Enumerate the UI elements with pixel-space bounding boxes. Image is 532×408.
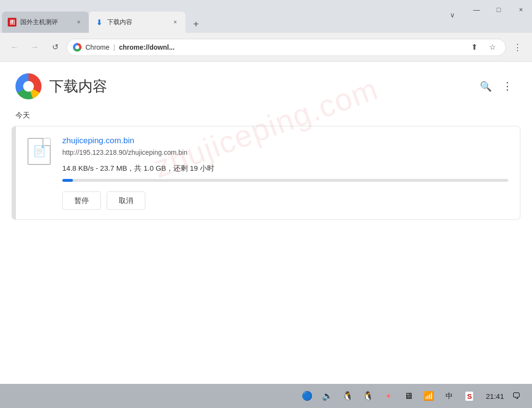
page-header-right: 🔍 ⋮ (476, 77, 517, 96)
more-options-button[interactable]: ⋮ (497, 77, 517, 96)
tab-inactive-close[interactable]: × (74, 18, 83, 27)
tab-active-close[interactable]: × (171, 18, 180, 27)
page-title: 下载内容 (49, 77, 107, 96)
today-label: 今天 (0, 107, 532, 126)
figma-symbol: ✦ (385, 392, 392, 401)
qq1-icon[interactable]: 🐧 (340, 388, 355, 404)
search-icon: 🔍 (480, 81, 492, 92)
search-button[interactable]: 🔍 (476, 77, 495, 96)
tab-active-favicon: ⬇ (95, 18, 103, 27)
progress-bar-fill (62, 179, 73, 182)
taskbar-clock: 21:41 (486, 392, 504, 400)
wifi-symbol: 📶 (423, 391, 434, 401)
notification-icon: 🗨 (512, 391, 521, 401)
window-controls: — □ × (465, 0, 532, 19)
ime-symbol: S (465, 392, 473, 401)
site-name: Chrome (85, 43, 110, 51)
pause-button[interactable]: 暂停 (62, 191, 101, 210)
chrome-logo (15, 73, 42, 99)
address-bar[interactable]: Chrome | chrome://downl... ⬆ ☆ (67, 39, 506, 56)
screen-icon[interactable]: 🖥 (401, 388, 416, 404)
more-icon: ⋮ (502, 80, 512, 93)
url-separator: | (113, 43, 115, 51)
new-tab-button[interactable]: + (187, 15, 205, 33)
tab-active[interactable]: ⬇ 下载内容 × (89, 12, 185, 33)
volume-icon[interactable]: 🔊 (320, 388, 335, 404)
tab-inactive[interactable]: 图 国外主机测评 × (2, 12, 89, 33)
qq2-symbol: 🐧 (363, 391, 373, 401)
file-icon-symbol: 📄 (33, 145, 46, 158)
share-button[interactable]: ⬆ (467, 40, 481, 54)
lang-icon[interactable]: 中 (441, 388, 457, 404)
lang-symbol: 中 (446, 392, 453, 401)
title-bar: 图 国外主机测评 × ⬇ 下载内容 × + ∨ — □ × (0, 0, 532, 33)
tab-inactive-favicon: 图 (8, 18, 16, 27)
qq2-icon[interactable]: 🐧 (360, 388, 376, 404)
download-card: 📄 zhujiceping.com.bin http://195.123.218… (12, 126, 520, 220)
download-card-inner: 📄 zhujiceping.com.bin http://195.123.218… (16, 126, 520, 219)
url-display: chrome://downl... (119, 43, 463, 51)
bookmark-button[interactable]: ☆ (485, 40, 500, 54)
main-content: 下载内容 🔍 ⋮ zhujiceping.com 今天 📄 zhujicepin… (0, 62, 532, 384)
download-url: http://195.123.218.90/zhujiceping.com.bi… (62, 149, 508, 156)
minimize-button[interactable]: — (465, 0, 488, 19)
download-card-border (12, 126, 16, 219)
file-icon: 📄 (28, 138, 51, 165)
back-button[interactable]: ← (6, 39, 23, 56)
nav-more-button[interactable]: ⋮ (509, 39, 526, 56)
tab-overflow-button[interactable]: ∨ (445, 8, 460, 22)
volume-symbol: 🔊 (322, 391, 333, 401)
progress-bar-container (62, 179, 508, 182)
page-header: 下载内容 🔍 ⋮ (0, 62, 532, 107)
bluetooth-symbol: 🔵 (302, 391, 312, 401)
download-status: 14.8 KB/s - 23.7 MB，共 1.0 GB，还剩 19 小时 (62, 164, 508, 173)
tab-inactive-label: 国外主机测评 (20, 18, 70, 27)
download-actions: 暂停 取消 (62, 191, 508, 210)
restore-button[interactable]: □ (488, 0, 510, 19)
notification-button[interactable]: 🗨 (509, 388, 524, 404)
bluetooth-icon[interactable]: 🔵 (299, 388, 315, 404)
qq1-symbol: 🐧 (342, 391, 353, 401)
figma-icon[interactable]: ✦ (380, 388, 396, 404)
forward-button[interactable]: → (26, 39, 43, 56)
download-info: zhujiceping.com.bin http://195.123.218.9… (62, 136, 508, 210)
download-filename[interactable]: zhujiceping.com.bin (62, 136, 508, 146)
reload-button[interactable]: ↺ (46, 39, 64, 56)
screen-symbol: 🖥 (404, 391, 413, 401)
navigation-bar: ← → ↺ Chrome | chrome://downl... ⬆ ☆ ⋮ (0, 33, 532, 62)
close-button[interactable]: × (510, 0, 532, 19)
chrome-site-icon (73, 43, 82, 52)
ime-icon[interactable]: S (462, 388, 477, 404)
cancel-button[interactable]: 取消 (107, 191, 145, 210)
taskbar: 🔵 🔊 🐧 🐧 ✦ 🖥 📶 中 S 21:41 🗨 (0, 384, 532, 408)
page-header-left: 下载内容 (15, 73, 107, 99)
wifi-icon[interactable]: 📶 (421, 388, 436, 404)
tab-active-label: 下载内容 (107, 18, 167, 27)
